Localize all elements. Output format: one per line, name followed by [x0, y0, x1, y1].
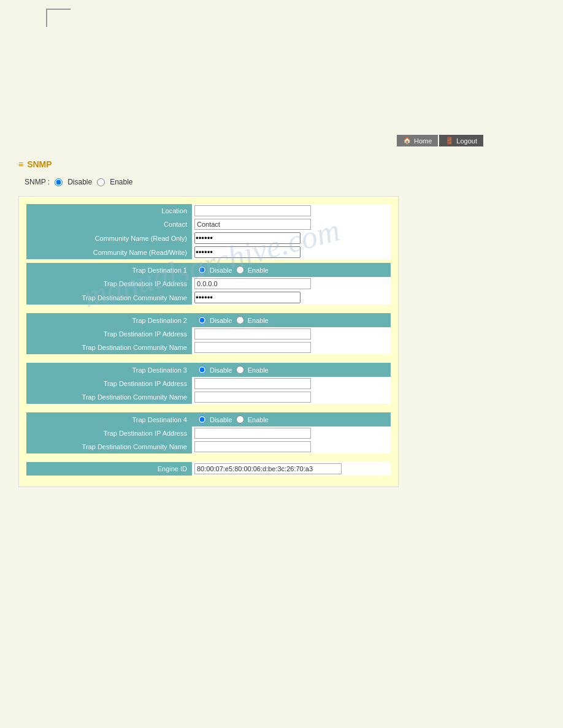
trap1-table: Trap Destination 1 Disable Enable Trap D… — [26, 263, 391, 305]
snmp-disable-label: Disable — [67, 178, 92, 186]
trap3-ip-input[interactable] — [194, 378, 311, 389]
community-ro-value-cell — [192, 231, 391, 245]
trap4-community-value-cell — [192, 440, 391, 453]
trap4-label: Trap Destination 4 — [26, 412, 192, 427]
trap1-ip-row: Trap Destination IP Address — [26, 277, 391, 290]
logout-icon: 🚪 — [445, 137, 454, 145]
trap1-community-value-cell — [192, 290, 391, 305]
trap3-table: Trap Destination 3 Disable Enable Trap D… — [26, 363, 391, 404]
trap3-community-input[interactable] — [194, 392, 311, 403]
location-label: Location — [26, 204, 192, 218]
snmp-enable-label: Enable — [110, 178, 132, 186]
community-rw-row: Community Name (Read/Write) — [26, 245, 391, 259]
trap4-radio-group: Disable Enable — [196, 414, 387, 425]
trap1-community-row: Trap Destination Community Name — [26, 290, 391, 305]
trap2-header-row: Trap Destination 2 Disable Enable — [26, 313, 391, 327]
trap2-radio-group: Disable Enable — [196, 315, 387, 325]
trap4-ip-row: Trap Destination IP Address — [26, 427, 391, 440]
snmp-label: SNMP : — [25, 178, 50, 186]
trap1-community-input[interactable] — [194, 292, 301, 303]
trap2-community-row: Trap Destination Community Name — [26, 341, 391, 354]
trap2-enable-label: Enable — [248, 317, 269, 324]
trap2-community-input[interactable] — [194, 342, 311, 353]
community-rw-label: Community Name (Read/Write) — [26, 245, 192, 259]
trap3-enable-radio[interactable] — [236, 366, 244, 374]
trap3-ip-value-cell — [192, 377, 391, 390]
trap2-community-label: Trap Destination Community Name — [26, 341, 192, 354]
trap4-enable-label: Enable — [248, 416, 269, 423]
contact-input[interactable] — [194, 219, 311, 230]
home-icon: 🏠 — [403, 137, 412, 145]
basic-fields-table: Location Contact Community Name (Read On… — [26, 204, 391, 259]
trap3-ip-row: Trap Destination IP Address — [26, 377, 391, 390]
trap3-community-row: Trap Destination Community Name — [26, 390, 391, 404]
trap1-community-label: Trap Destination Community Name — [26, 290, 192, 305]
trap1-radio-cell: Disable Enable — [192, 263, 391, 277]
corner-bracket — [46, 9, 71, 27]
location-value-cell — [192, 204, 391, 218]
trap2-enable-radio[interactable] — [236, 316, 244, 324]
trap3-enable-label: Enable — [248, 366, 269, 374]
trap3-radio-group: Disable Enable — [196, 365, 387, 375]
trap3-disable-label: Disable — [210, 366, 232, 374]
trap4-radio-cell: Disable Enable — [192, 412, 391, 427]
trap1-header-row: Trap Destination 1 Disable Enable — [26, 263, 391, 277]
trap1-ip-input[interactable] — [194, 278, 311, 289]
content-area: Location Contact Community Name (Read On… — [18, 196, 399, 487]
trap4-community-input[interactable] — [194, 441, 311, 452]
trap2-radio-cell: Disable Enable — [192, 313, 391, 327]
trap2-label: Trap Destination 2 — [26, 313, 192, 327]
trap4-ip-value-cell — [192, 427, 391, 440]
engine-id-label: Engine ID — [26, 462, 192, 476]
trap3-header-row: Trap Destination 3 Disable Enable — [26, 363, 391, 377]
trap1-disable-radio[interactable] — [198, 266, 206, 274]
trap4-ip-label: Trap Destination IP Address — [26, 427, 192, 440]
trap4-ip-input[interactable] — [194, 428, 311, 439]
trap2-community-value-cell — [192, 341, 391, 354]
trap2-table: Trap Destination 2 Disable Enable Trap D… — [26, 313, 391, 354]
trap2-disable-label: Disable — [210, 317, 232, 324]
community-ro-input[interactable] — [194, 232, 301, 244]
top-navigation: 🏠 Home 🚪 Logout — [397, 135, 483, 146]
trap4-header-row: Trap Destination 4 Disable Enable — [26, 412, 391, 427]
page-wrapper: ≡ SNMP SNMP : Disable Enable Location Co… — [0, 147, 563, 499]
engine-id-input[interactable] — [194, 463, 342, 474]
community-ro-row: Community Name (Read Only) — [26, 231, 391, 245]
trap2-ip-input[interactable] — [194, 328, 311, 339]
trap4-community-label: Trap Destination Community Name — [26, 440, 192, 453]
page-title-text: SNMP — [27, 159, 52, 169]
trap1-ip-label: Trap Destination IP Address — [26, 277, 192, 290]
trap2-ip-row: Trap Destination IP Address — [26, 327, 391, 341]
trap4-community-row: Trap Destination Community Name — [26, 440, 391, 453]
trap3-ip-label: Trap Destination IP Address — [26, 377, 192, 390]
contact-row: Contact — [26, 218, 391, 231]
engine-id-table: Engine ID — [26, 462, 391, 476]
contact-value-cell — [192, 218, 391, 231]
location-input[interactable] — [194, 205, 311, 216]
trap1-ip-value-cell — [192, 277, 391, 290]
engine-id-value-cell — [192, 462, 391, 476]
snmp-enable-radio[interactable] — [97, 178, 105, 186]
trap2-ip-value-cell — [192, 327, 391, 341]
snmp-toggle-row: SNMP : Disable Enable — [25, 178, 545, 186]
location-row: Location — [26, 204, 391, 218]
trap3-disable-radio[interactable] — [198, 366, 206, 374]
engine-id-row: Engine ID — [26, 462, 391, 476]
home-button[interactable]: 🏠 Home — [397, 135, 438, 146]
trap1-enable-label: Enable — [248, 267, 269, 274]
trap1-radio-group: Disable Enable — [196, 265, 387, 275]
snmp-disable-radio[interactable] — [55, 178, 63, 186]
home-label: Home — [414, 137, 432, 145]
trap2-disable-radio[interactable] — [198, 316, 206, 324]
community-rw-input[interactable] — [194, 246, 301, 258]
logout-label: Logout — [456, 137, 477, 145]
trap4-disable-radio[interactable] — [198, 415, 206, 423]
trap4-enable-radio[interactable] — [236, 415, 244, 423]
trap3-community-value-cell — [192, 390, 391, 404]
contact-label: Contact — [26, 218, 192, 231]
page-title: ≡ SNMP — [18, 159, 545, 169]
trap1-enable-radio[interactable] — [236, 266, 244, 274]
trap4-disable-label: Disable — [210, 416, 232, 423]
trap4-table: Trap Destination 4 Disable Enable Trap D… — [26, 412, 391, 453]
logout-button[interactable]: 🚪 Logout — [439, 135, 483, 146]
